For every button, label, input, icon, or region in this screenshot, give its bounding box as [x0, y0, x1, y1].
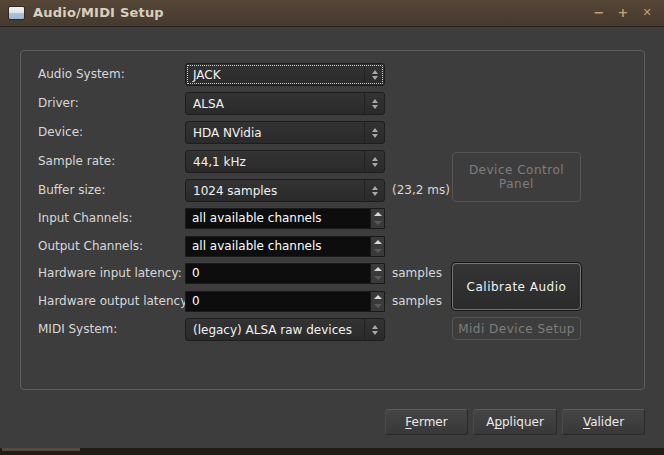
spin-down-icon[interactable] — [371, 274, 384, 284]
window-title: Audio/MIDI Setup — [33, 5, 164, 20]
combo-arrows-icon — [364, 319, 384, 340]
audio-system-row: Audio System: JACK — [0, 63, 664, 86]
minimize-button[interactable]: − — [590, 5, 608, 21]
device-value: HDA NVidia — [186, 126, 364, 140]
valider-button[interactable]: Valider — [562, 409, 645, 435]
midi-device-setup-button[interactable]: Midi Device Setup — [452, 317, 581, 340]
spinner-buttons[interactable] — [370, 264, 384, 283]
input-channels-value: all available channels — [186, 209, 370, 228]
combo-arrows-icon — [364, 64, 384, 85]
window-icon — [8, 6, 25, 20]
output-channels-row: Output Channels: all available channels — [0, 236, 664, 257]
spin-down-icon[interactable] — [371, 219, 384, 229]
output-channels-spin[interactable]: all available channels — [185, 236, 385, 257]
spin-up-icon[interactable] — [371, 209, 384, 219]
audio-midi-setup-window: Audio/MIDI Setup − + ✕ Audio System: JAC… — [0, 0, 664, 455]
audio-system-combo[interactable]: JACK — [185, 63, 385, 86]
label-part: ermer — [412, 415, 448, 429]
spin-up-icon[interactable] — [371, 292, 384, 302]
fermer-button[interactable]: Fermer — [385, 409, 468, 435]
spinner-buttons[interactable] — [370, 237, 384, 256]
hw-output-latency-label: Hardware output latency: — [38, 291, 190, 312]
device-control-panel-button[interactable]: Device Control Panel — [452, 152, 581, 202]
device-combo[interactable]: HDA NVidia — [185, 121, 385, 144]
buffer-size-value: 1024 samples — [186, 184, 364, 198]
midi-system-combo[interactable]: (legacy) ALSA raw devices — [185, 318, 385, 341]
spin-down-icon[interactable] — [371, 247, 384, 257]
spin-down-icon[interactable] — [371, 302, 384, 312]
combo-arrows-icon — [364, 122, 384, 143]
combo-arrows-icon — [364, 180, 384, 201]
hw-output-latency-spin[interactable]: 0 — [185, 291, 385, 312]
window-bottom-border — [0, 448, 664, 455]
audio-system-label: Audio System: — [38, 63, 125, 86]
midi-system-label: MIDI System: — [38, 318, 117, 341]
sample-rate-label: Sample rate: — [38, 150, 115, 173]
spinner-buttons[interactable] — [370, 209, 384, 228]
midi-system-value: (legacy) ALSA raw devices — [186, 323, 364, 337]
samples-unit-label: samples — [392, 291, 442, 312]
hw-input-latency-label: Hardware input latency: — [38, 263, 182, 284]
audio-system-value: JACK — [186, 68, 364, 82]
samples-unit-label: samples — [392, 263, 442, 284]
sample-rate-value: 44,1 kHz — [186, 155, 364, 169]
driver-row: Driver: ALSA — [0, 92, 664, 115]
output-channels-label: Output Channels: — [38, 236, 143, 257]
device-row: Device: HDA NVidia — [0, 121, 664, 144]
buffer-size-label: Buffer size: — [38, 179, 106, 202]
maximize-button[interactable]: + — [614, 5, 632, 21]
driver-combo[interactable]: ALSA — [185, 92, 385, 115]
device-label: Device: — [38, 121, 83, 144]
output-channels-value: all available channels — [186, 237, 370, 256]
label-mnemonic: p — [494, 415, 502, 429]
sample-rate-combo[interactable]: 44,1 kHz — [185, 150, 385, 173]
input-channels-label: Input Channels: — [38, 208, 132, 229]
appliquer-button[interactable]: Appliquer — [473, 409, 557, 435]
input-channels-spin[interactable]: all available channels — [185, 208, 385, 229]
combo-arrows-icon — [364, 93, 384, 114]
driver-label: Driver: — [38, 92, 79, 115]
hw-output-latency-value: 0 — [186, 292, 370, 311]
spin-up-icon[interactable] — [371, 237, 384, 247]
label-part: pliquer — [502, 415, 544, 429]
titlebar[interactable]: Audio/MIDI Setup − + ✕ — [0, 0, 664, 27]
resize-grip[interactable] — [2, 448, 80, 451]
spin-up-icon[interactable] — [371, 264, 384, 274]
hw-input-latency-spin[interactable]: 0 — [185, 263, 385, 284]
calibrate-audio-button[interactable]: Calibrate Audio — [452, 263, 581, 310]
close-button[interactable]: ✕ — [638, 5, 656, 21]
buffer-latency-readout: (23,2 ms) — [392, 179, 450, 202]
combo-arrows-icon — [364, 151, 384, 172]
spinner-buttons[interactable] — [370, 292, 384, 311]
buffer-size-combo[interactable]: 1024 samples — [185, 179, 385, 202]
driver-value: ALSA — [186, 97, 364, 111]
hw-input-latency-value: 0 — [186, 264, 370, 283]
label-part: alider — [590, 415, 624, 429]
input-channels-row: Input Channels: all available channels — [0, 208, 664, 229]
